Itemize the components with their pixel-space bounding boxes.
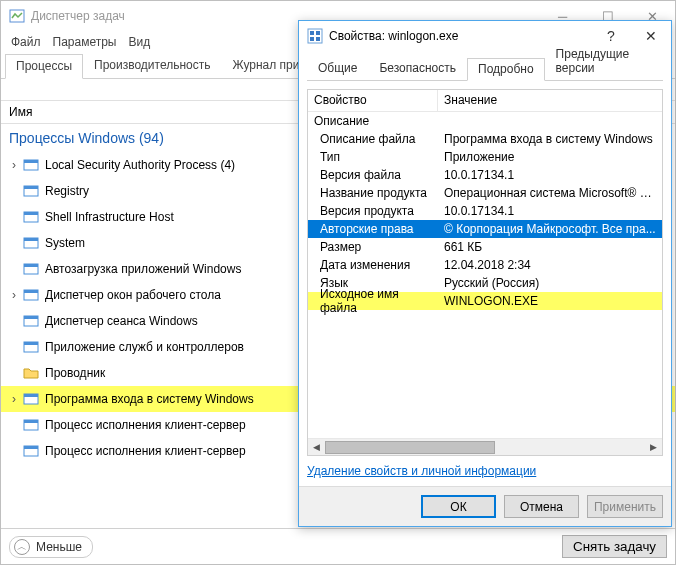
process-name: Проводник: [45, 366, 105, 380]
process-name: Диспетчер окон рабочего стола: [45, 288, 221, 302]
property-key: Описание файла: [308, 129, 438, 149]
property-key: Исходное имя файла: [308, 284, 438, 318]
properties-window: Свойства: winlogon.exe ? ✕ Общие Безопас…: [298, 20, 672, 527]
app-window-icon: [23, 391, 39, 407]
process-name: Приложение служб и контроллеров: [45, 340, 244, 354]
process-name: Registry: [45, 184, 89, 198]
col-property[interactable]: Свойство: [308, 90, 438, 111]
svg-rect-27: [316, 37, 320, 41]
property-key: Версия продукта: [308, 201, 438, 221]
scroll-thumb[interactable]: [325, 441, 495, 454]
cancel-button[interactable]: Отмена: [504, 495, 579, 518]
property-value: Русский (Россия): [438, 273, 662, 293]
expand-chevron-icon[interactable]: ›: [7, 158, 21, 172]
task-manager-icon: [9, 8, 25, 24]
property-value: Операционная система Microsoft® W...: [438, 183, 662, 203]
svg-rect-12: [24, 290, 38, 293]
process-name: Local Security Authority Process (4): [45, 158, 235, 172]
svg-rect-18: [24, 394, 38, 397]
tab-general[interactable]: Общие: [307, 57, 368, 80]
props-title: Свойства: winlogon.exe: [329, 29, 458, 43]
horizontal-scrollbar[interactable]: ◀ ▶: [308, 438, 662, 455]
app-window-icon: [23, 157, 39, 173]
props-tabs: Общие Безопасность Подробно Предыдущие в…: [307, 57, 663, 81]
property-value: Приложение: [438, 147, 662, 167]
app-window-icon: [23, 287, 39, 303]
scroll-track[interactable]: [325, 439, 645, 456]
app-window-icon: [23, 235, 39, 251]
svg-rect-8: [24, 238, 38, 241]
svg-rect-25: [316, 31, 320, 35]
property-row[interactable]: Версия продукта10.0.17134.1: [308, 202, 662, 220]
app-window-icon: [23, 339, 39, 355]
svg-rect-22: [24, 446, 38, 449]
app-window-icon: [23, 417, 39, 433]
fewer-details-label: Меньше: [36, 540, 82, 554]
tab-previous-versions[interactable]: Предыдущие версии: [545, 43, 663, 80]
property-row[interactable]: Описание файлаПрограмма входа в систему …: [308, 130, 662, 148]
property-row[interactable]: Исходное имя файлаWINLOGON.EXE: [308, 292, 662, 310]
property-value: 10.0.17134.1: [438, 165, 662, 185]
property-key: Версия файла: [308, 165, 438, 185]
property-value: 10.0.17134.1: [438, 201, 662, 221]
scroll-left-icon[interactable]: ◀: [308, 439, 325, 456]
property-row[interactable]: Размер661 КБ: [308, 238, 662, 256]
property-row[interactable]: Дата изменения12.04.2018 2:34: [308, 256, 662, 274]
property-row[interactable]: ТипПриложение: [308, 148, 662, 166]
details-header: Свойство Значение: [308, 90, 662, 112]
details-rows: ОписаниеОписание файлаПрограмма входа в …: [308, 112, 662, 438]
process-name: Shell Infrastructure Host: [45, 210, 174, 224]
tab-processes[interactable]: Процессы: [5, 54, 83, 79]
property-value: 12.04.2018 2:34: [438, 255, 662, 275]
property-key: Название продукта: [308, 183, 438, 203]
property-key: Тип: [308, 147, 438, 167]
svg-rect-4: [24, 186, 38, 189]
property-value: © Корпорация Майкрософт. Все пра...: [438, 219, 662, 239]
end-task-button[interactable]: Снять задачу: [562, 535, 667, 558]
property-value: [438, 118, 662, 124]
tm-title: Диспетчер задач: [31, 9, 125, 23]
app-window-icon: [23, 261, 39, 277]
props-buttons: ОК Отмена Применить: [299, 486, 671, 526]
scroll-right-icon[interactable]: ▶: [645, 439, 662, 456]
property-row[interactable]: Название продуктаОперационная система Mi…: [308, 184, 662, 202]
process-name: Программа входа в систему Windows: [45, 392, 254, 406]
svg-rect-14: [24, 316, 38, 319]
remove-properties-link[interactable]: Удаление свойств и личной информации: [307, 464, 663, 478]
app-window-icon: [23, 209, 39, 225]
col-value[interactable]: Значение: [438, 90, 662, 111]
tm-footer: ︿ Меньше Снять задачу: [1, 528, 675, 564]
apply-button[interactable]: Применить: [587, 495, 663, 518]
property-row[interactable]: Авторские права© Корпорация Майкрософт. …: [308, 220, 662, 238]
expand-chevron-icon[interactable]: ›: [7, 288, 21, 302]
folder-icon: [23, 365, 39, 381]
property-value: Программа входа в систему Windows: [438, 129, 662, 149]
tab-details[interactable]: Подробно: [467, 58, 545, 81]
ok-button[interactable]: ОК: [421, 495, 496, 518]
property-value: 661 КБ: [438, 237, 662, 257]
property-row[interactable]: Версия файла10.0.17134.1: [308, 166, 662, 184]
tab-security[interactable]: Безопасность: [368, 57, 467, 80]
svg-rect-16: [24, 342, 38, 345]
process-name: Автозагрузка приложений Windows: [45, 262, 241, 276]
menu-options[interactable]: Параметры: [53, 35, 117, 49]
app-window-icon: [23, 183, 39, 199]
process-name: System: [45, 236, 85, 250]
menu-view[interactable]: Вид: [128, 35, 150, 49]
app-window-icon: [23, 443, 39, 459]
svg-rect-26: [310, 37, 314, 41]
fewer-details-button[interactable]: ︿ Меньше: [9, 536, 93, 558]
property-value: WINLOGON.EXE: [438, 291, 662, 311]
menu-file[interactable]: Файл: [11, 35, 41, 49]
property-row[interactable]: Описание: [308, 112, 662, 130]
svg-rect-24: [310, 31, 314, 35]
tab-performance[interactable]: Производительность: [83, 53, 221, 78]
expand-chevron-icon[interactable]: ›: [7, 392, 21, 406]
exe-icon: [307, 28, 323, 44]
app-window-icon: [23, 313, 39, 329]
svg-rect-20: [24, 420, 38, 423]
chevron-up-icon: ︿: [14, 539, 30, 555]
svg-rect-10: [24, 264, 38, 267]
property-key: Размер: [308, 237, 438, 257]
process-name: Процесс исполнения клиент-сервер: [45, 444, 246, 458]
